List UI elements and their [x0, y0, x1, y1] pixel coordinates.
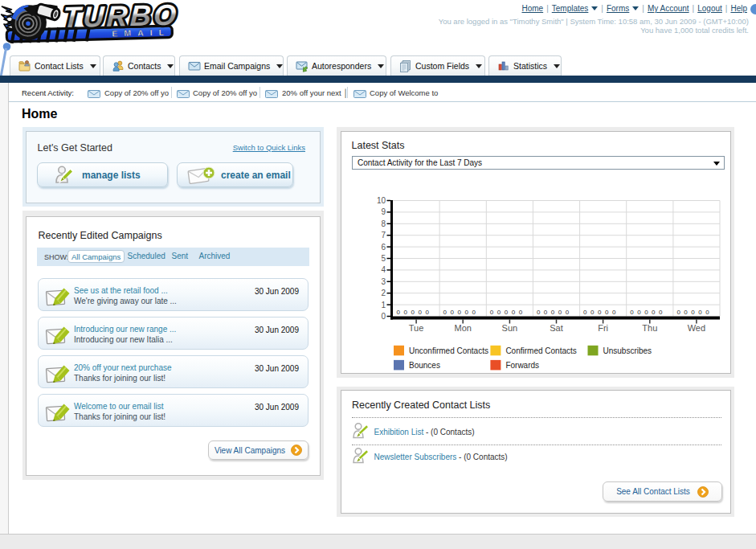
svg-text:Fri: Fri: [598, 323, 608, 333]
svg-text:8: 8: [381, 219, 386, 228]
svg-text:Sat: Sat: [550, 323, 563, 333]
svg-text:3: 3: [381, 277, 386, 286]
svg-text:Forwards: Forwards: [505, 361, 539, 370]
svg-text:6: 6: [381, 243, 386, 252]
svg-text:0 0 0 0 0: 0 0 0 0 0: [583, 309, 617, 316]
svg-text:0 0 0 0 0: 0 0 0 0 0: [630, 309, 664, 316]
svg-text:9: 9: [381, 207, 386, 216]
svg-text:0 0 0 0 0: 0 0 0 0 0: [490, 309, 524, 316]
svg-text:5: 5: [381, 254, 386, 263]
svg-text:0 0 0 0 0: 0 0 0 0 0: [537, 309, 570, 316]
svg-text:0 0 0 0 0: 0 0 0 0 0: [443, 309, 477, 316]
svg-text:Unconfirmed Contacts: Unconfirmed Contacts: [409, 346, 488, 355]
svg-text:Tue: Tue: [409, 323, 424, 333]
svg-text:2: 2: [381, 289, 386, 297]
svg-text:10: 10: [377, 196, 386, 205]
svg-text:Wed: Wed: [688, 323, 705, 333]
svg-text:Mon: Mon: [454, 323, 471, 333]
svg-text:Bounces: Bounces: [409, 361, 440, 370]
svg-text:7: 7: [381, 231, 386, 240]
svg-text:0 0 0 0 0: 0 0 0 0 0: [397, 309, 431, 316]
svg-text:4: 4: [381, 265, 386, 274]
svg-text:Sun: Sun: [502, 323, 518, 333]
svg-text:Thu: Thu: [642, 323, 657, 333]
svg-text:0: 0: [381, 312, 386, 321]
svg-text:0 0 0 0 0: 0 0 0 0 0: [676, 309, 710, 316]
svg-text:Unsubscribes: Unsubscribes: [603, 346, 652, 355]
svg-text:Confirmed Contacts: Confirmed Contacts: [505, 346, 576, 355]
svg-text:1: 1: [381, 301, 386, 309]
